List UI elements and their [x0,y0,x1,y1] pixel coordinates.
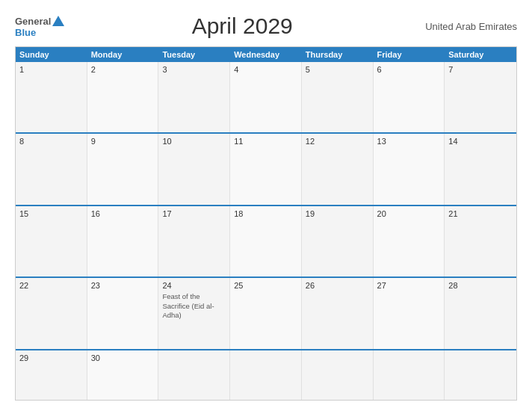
calendar-day: 23 [87,278,159,348]
day-number: 25 [234,281,297,290]
calendar-day: 25 [230,278,302,348]
calendar-day: 21 [445,206,516,276]
day-number: 1 [19,65,83,74]
calendar-day: 14 [445,134,516,204]
day-number: 9 [91,137,155,146]
calendar-week-5: 2930 [16,349,516,400]
calendar-day: 5 [302,62,374,132]
calendar-day: 28 [445,278,516,348]
calendar-day: 18 [230,206,302,276]
header-day-saturday: Saturday [445,47,516,62]
calendar-body: 123456789101112131415161718192021222324F… [16,62,516,400]
calendar-day: 29 [16,350,87,400]
day-number: 5 [306,65,369,74]
calendar-header: SundayMondayTuesdayWednesdayThursdayFrid… [16,47,516,62]
day-number: 29 [19,353,83,362]
day-number: 10 [162,137,226,146]
calendar-day: 15 [16,206,87,276]
day-number: 8 [19,137,83,146]
calendar-day: 1 [16,62,87,132]
calendar-day [302,350,374,400]
calendar-day: 8 [16,134,87,204]
day-number: 11 [234,137,297,146]
calendar-week-2: 891011121314 [16,132,516,204]
day-number: 7 [448,65,513,74]
logo: General Blue [15,16,64,37]
calendar-week-1: 1234567 [16,62,516,132]
day-number: 19 [306,209,369,218]
header: General Blue April 2029 United Arab Emir… [15,13,517,39]
logo-triangle-icon [52,16,64,26]
day-number: 13 [377,137,441,146]
calendar-day: 2 [87,62,159,132]
day-number: 6 [377,65,441,74]
calendar-day: 26 [302,278,374,348]
day-number: 15 [19,209,83,218]
header-day-wednesday: Wednesday [230,47,302,62]
day-number: 22 [19,281,83,290]
calendar-day: 3 [158,62,230,132]
header-day-monday: Monday [87,47,159,62]
calendar-day: 24Feast of the Sacrifice (Eid al-Adha) [158,278,230,348]
day-number: 17 [162,209,226,218]
calendar-week-3: 15161718192021 [16,205,516,276]
day-number: 28 [448,281,513,290]
day-number: 21 [448,209,513,218]
page: General Blue April 2029 United Arab Emir… [0,0,532,411]
day-number: 20 [377,209,441,218]
day-number: 16 [91,209,155,218]
calendar-day: 27 [374,278,445,348]
day-number: 27 [377,281,441,290]
calendar-day: 12 [302,134,374,204]
calendar-day: 16 [87,206,159,276]
calendar-day: 30 [87,350,159,400]
country-label: United Arab Emirates [420,21,517,32]
day-number: 18 [234,209,297,218]
calendar-day [374,350,445,400]
logo-blue: Blue [15,28,36,37]
day-number: 24 [162,281,226,290]
calendar-day: 4 [230,62,302,132]
calendar-week-4: 222324Feast of the Sacrifice (Eid al-Adh… [16,276,516,348]
calendar-day: 11 [230,134,302,204]
header-day-thursday: Thursday [302,47,374,62]
calendar-day: 17 [158,206,230,276]
calendar-day: 13 [374,134,445,204]
day-number: 30 [91,353,155,362]
calendar-day: 22 [16,278,87,348]
day-number: 2 [91,65,155,74]
calendar-day: 10 [158,134,230,204]
calendar-day [158,350,230,400]
calendar: SundayMondayTuesdayWednesdayThursdayFrid… [15,46,517,401]
day-number: 14 [448,137,513,146]
day-number: 26 [306,281,369,290]
day-number: 4 [234,65,297,74]
calendar-day: 20 [374,206,445,276]
calendar-day [230,350,302,400]
page-title: April 2029 [64,13,420,39]
calendar-day: 6 [374,62,445,132]
header-day-tuesday: Tuesday [158,47,230,62]
day-number: 12 [306,137,369,146]
calendar-day: 7 [445,62,516,132]
logo-general: General [15,16,51,26]
header-day-sunday: Sunday [16,47,87,62]
calendar-day [445,350,516,400]
day-number: 3 [162,65,226,74]
holiday-label: Feast of the Sacrifice (Eid al-Adha) [162,292,226,320]
day-number: 23 [91,281,155,290]
calendar-day: 19 [302,206,374,276]
header-day-friday: Friday [374,47,445,62]
calendar-day: 9 [87,134,159,204]
